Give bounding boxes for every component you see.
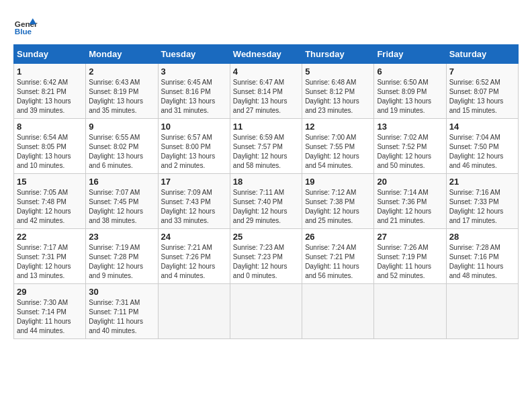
day-info: Sunrise: 6:59 AMSunset: 7:57 PMDaylight:… bbox=[233, 133, 299, 171]
calendar-cell bbox=[230, 284, 302, 339]
calendar-table: SundayMondayTuesdayWednesdayThursdayFrid… bbox=[13, 44, 519, 339]
day-info: Sunrise: 7:30 AMSunset: 7:14 PMDaylight:… bbox=[17, 298, 83, 336]
weekday-header-tuesday: Tuesday bbox=[158, 45, 230, 64]
day-number: 27 bbox=[377, 232, 443, 242]
calendar-cell: 21 Sunrise: 7:16 AMSunset: 7:33 PMDaylig… bbox=[446, 174, 518, 229]
day-number: 20 bbox=[377, 177, 443, 187]
day-info: Sunrise: 6:50 AMSunset: 8:09 PMDaylight:… bbox=[377, 78, 443, 116]
calendar-cell: 23 Sunrise: 7:19 AMSunset: 7:28 PMDaylig… bbox=[86, 229, 158, 284]
day-number: 28 bbox=[449, 232, 515, 242]
day-info: Sunrise: 7:07 AMSunset: 7:45 PMDaylight:… bbox=[89, 188, 154, 226]
calendar-cell: 2 Sunrise: 6:43 AMSunset: 8:19 PMDayligh… bbox=[86, 64, 158, 119]
calendar-cell: 6 Sunrise: 6:50 AMSunset: 8:09 PMDayligh… bbox=[374, 64, 446, 119]
calendar-week-2: 8 Sunrise: 6:54 AMSunset: 8:05 PMDayligh… bbox=[14, 119, 519, 174]
day-info: Sunrise: 7:16 AMSunset: 7:33 PMDaylight:… bbox=[449, 188, 515, 226]
day-info: Sunrise: 7:12 AMSunset: 7:38 PMDaylight:… bbox=[305, 188, 371, 226]
day-number: 2 bbox=[89, 66, 154, 77]
calendar-cell: 19 Sunrise: 7:12 AMSunset: 7:38 PMDaylig… bbox=[302, 174, 374, 229]
day-info: Sunrise: 6:47 AMSunset: 8:14 PMDaylight:… bbox=[233, 78, 299, 116]
day-number: 30 bbox=[89, 287, 154, 297]
calendar-cell bbox=[158, 284, 230, 339]
day-info: Sunrise: 6:48 AMSunset: 8:12 PMDaylight:… bbox=[305, 78, 371, 116]
day-number: 21 bbox=[449, 177, 515, 187]
weekday-header-wednesday: Wednesday bbox=[230, 45, 302, 64]
day-info: Sunrise: 7:24 AMSunset: 7:21 PMDaylight:… bbox=[305, 243, 371, 281]
day-info: Sunrise: 6:43 AMSunset: 8:19 PMDaylight:… bbox=[89, 78, 154, 116]
day-info: Sunrise: 7:23 AMSunset: 7:23 PMDaylight:… bbox=[233, 243, 299, 281]
weekday-header-monday: Monday bbox=[86, 45, 158, 64]
day-number: 17 bbox=[161, 177, 227, 187]
calendar-cell: 24 Sunrise: 7:21 AMSunset: 7:26 PMDaylig… bbox=[158, 229, 230, 284]
day-number: 14 bbox=[449, 122, 515, 132]
calendar-cell bbox=[374, 284, 446, 339]
day-number: 29 bbox=[17, 287, 83, 297]
day-info: Sunrise: 7:21 AMSunset: 7:26 PMDaylight:… bbox=[161, 243, 227, 281]
calendar-week-5: 29 Sunrise: 7:30 AMSunset: 7:14 PMDaylig… bbox=[14, 284, 519, 339]
calendar-cell: 29 Sunrise: 7:30 AMSunset: 7:14 PMDaylig… bbox=[14, 284, 86, 339]
calendar-cell: 20 Sunrise: 7:14 AMSunset: 7:36 PMDaylig… bbox=[374, 174, 446, 229]
calendar-week-3: 15 Sunrise: 7:05 AMSunset: 7:48 PMDaylig… bbox=[14, 174, 519, 229]
day-number: 7 bbox=[449, 66, 515, 77]
calendar-cell: 30 Sunrise: 7:31 AMSunset: 7:11 PMDaylig… bbox=[86, 284, 158, 339]
day-number: 4 bbox=[233, 66, 299, 77]
calendar-cell: 3 Sunrise: 6:45 AMSunset: 8:16 PMDayligh… bbox=[158, 64, 230, 119]
day-info: Sunrise: 7:17 AMSunset: 7:31 PMDaylight:… bbox=[17, 243, 83, 281]
day-number: 9 bbox=[89, 122, 154, 132]
calendar-week-4: 22 Sunrise: 7:17 AMSunset: 7:31 PMDaylig… bbox=[14, 229, 519, 284]
weekday-header-saturday: Saturday bbox=[446, 45, 518, 64]
day-number: 23 bbox=[89, 232, 154, 242]
day-number: 10 bbox=[161, 122, 227, 132]
day-info: Sunrise: 7:31 AMSunset: 7:11 PMDaylight:… bbox=[89, 298, 154, 336]
day-number: 18 bbox=[233, 177, 299, 187]
calendar-cell: 16 Sunrise: 7:07 AMSunset: 7:45 PMDaylig… bbox=[86, 174, 158, 229]
day-info: Sunrise: 6:52 AMSunset: 8:07 PMDaylight:… bbox=[449, 78, 515, 116]
day-info: Sunrise: 7:28 AMSunset: 7:16 PMDaylight:… bbox=[449, 243, 515, 281]
day-number: 24 bbox=[161, 232, 227, 242]
calendar-cell: 7 Sunrise: 6:52 AMSunset: 8:07 PMDayligh… bbox=[446, 64, 518, 119]
calendar-cell: 17 Sunrise: 7:09 AMSunset: 7:43 PMDaylig… bbox=[158, 174, 230, 229]
day-number: 15 bbox=[17, 177, 83, 187]
day-number: 11 bbox=[233, 122, 299, 132]
day-number: 25 bbox=[233, 232, 299, 242]
day-number: 3 bbox=[161, 66, 227, 77]
calendar-cell: 8 Sunrise: 6:54 AMSunset: 8:05 PMDayligh… bbox=[14, 119, 86, 174]
calendar-cell: 22 Sunrise: 7:17 AMSunset: 7:31 PMDaylig… bbox=[14, 229, 86, 284]
day-number: 1 bbox=[17, 66, 83, 77]
day-info: Sunrise: 6:45 AMSunset: 8:16 PMDaylight:… bbox=[161, 78, 227, 116]
calendar-cell: 1 Sunrise: 6:42 AMSunset: 8:21 PMDayligh… bbox=[14, 64, 86, 119]
day-number: 16 bbox=[89, 177, 154, 187]
calendar-cell: 9 Sunrise: 6:55 AMSunset: 8:02 PMDayligh… bbox=[86, 119, 158, 174]
day-number: 12 bbox=[305, 122, 371, 132]
calendar-cell: 10 Sunrise: 6:57 AMSunset: 8:00 PMDaylig… bbox=[158, 119, 230, 174]
calendar-cell: 4 Sunrise: 6:47 AMSunset: 8:14 PMDayligh… bbox=[230, 64, 302, 119]
day-info: Sunrise: 6:55 AMSunset: 8:02 PMDaylight:… bbox=[89, 133, 154, 171]
day-number: 8 bbox=[17, 122, 83, 132]
day-info: Sunrise: 7:09 AMSunset: 7:43 PMDaylight:… bbox=[161, 188, 227, 226]
calendar-cell: 26 Sunrise: 7:24 AMSunset: 7:21 PMDaylig… bbox=[302, 229, 374, 284]
svg-text:Blue: Blue bbox=[15, 27, 32, 36]
calendar-cell: 11 Sunrise: 6:59 AMSunset: 7:57 PMDaylig… bbox=[230, 119, 302, 174]
logo-icon: General Blue bbox=[13, 13, 38, 38]
day-info: Sunrise: 7:11 AMSunset: 7:40 PMDaylight:… bbox=[233, 188, 299, 226]
calendar-cell: 15 Sunrise: 7:05 AMSunset: 7:48 PMDaylig… bbox=[14, 174, 86, 229]
day-info: Sunrise: 7:19 AMSunset: 7:28 PMDaylight:… bbox=[89, 243, 154, 281]
calendar-cell: 27 Sunrise: 7:26 AMSunset: 7:19 PMDaylig… bbox=[374, 229, 446, 284]
calendar-cell: 14 Sunrise: 7:04 AMSunset: 7:50 PMDaylig… bbox=[446, 119, 518, 174]
day-number: 22 bbox=[17, 232, 83, 242]
day-number: 13 bbox=[377, 122, 443, 132]
calendar-cell: 28 Sunrise: 7:28 AMSunset: 7:16 PMDaylig… bbox=[446, 229, 518, 284]
day-info: Sunrise: 7:14 AMSunset: 7:36 PMDaylight:… bbox=[377, 188, 443, 226]
day-info: Sunrise: 7:02 AMSunset: 7:52 PMDaylight:… bbox=[377, 133, 443, 171]
calendar-cell: 18 Sunrise: 7:11 AMSunset: 7:40 PMDaylig… bbox=[230, 174, 302, 229]
calendar-cell: 13 Sunrise: 7:02 AMSunset: 7:52 PMDaylig… bbox=[374, 119, 446, 174]
day-info: Sunrise: 7:04 AMSunset: 7:50 PMDaylight:… bbox=[449, 133, 515, 171]
weekday-header-sunday: Sunday bbox=[14, 45, 86, 64]
weekday-header-row: SundayMondayTuesdayWednesdayThursdayFrid… bbox=[14, 45, 519, 64]
day-info: Sunrise: 6:57 AMSunset: 8:00 PMDaylight:… bbox=[161, 133, 227, 171]
weekday-header-thursday: Thursday bbox=[302, 45, 374, 64]
day-info: Sunrise: 7:26 AMSunset: 7:19 PMDaylight:… bbox=[377, 243, 443, 281]
day-info: Sunrise: 7:05 AMSunset: 7:48 PMDaylight:… bbox=[17, 188, 83, 226]
weekday-header-friday: Friday bbox=[374, 45, 446, 64]
day-number: 26 bbox=[305, 232, 371, 242]
day-number: 5 bbox=[305, 66, 371, 77]
